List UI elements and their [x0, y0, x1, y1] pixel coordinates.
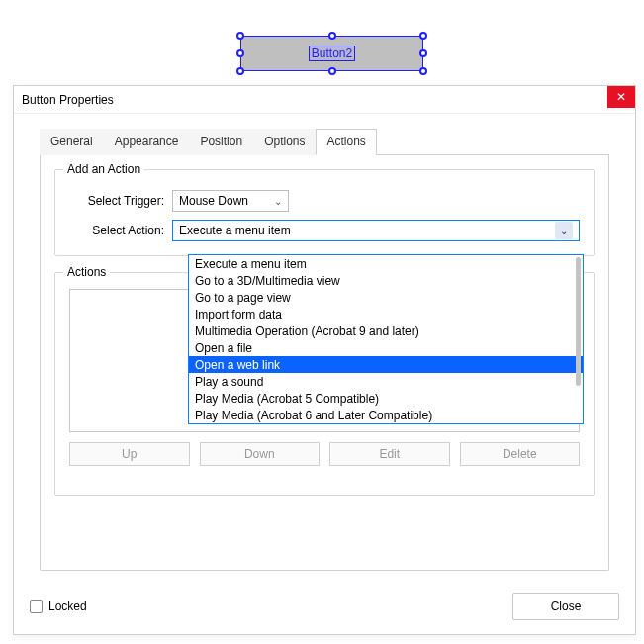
form-button-label: Button2	[309, 46, 355, 61]
select-trigger-label: Select Trigger:	[69, 194, 164, 208]
dropdown-option[interactable]: Import form data	[189, 306, 583, 322]
dropdown-scrollbar[interactable]	[576, 257, 581, 421]
tab-general[interactable]: General	[40, 129, 104, 155]
dialog-title: Button Properties	[22, 93, 114, 107]
tab-actions[interactable]: Actions	[316, 129, 376, 155]
select-action-dropdown[interactable]: Execute a menu item ⌄	[172, 220, 580, 241]
button-properties-dialog: Button Properties ✕ General Appearance P…	[13, 85, 636, 635]
add-action-fieldset: Add an Action Select Trigger: Mouse Down…	[54, 169, 595, 256]
actions-tab-panel: Add an Action Select Trigger: Mouse Down…	[40, 155, 609, 571]
dropdown-option[interactable]: Play a sound	[189, 373, 583, 390]
up-button[interactable]: Up	[69, 442, 190, 466]
tab-appearance[interactable]: Appearance	[104, 129, 190, 155]
select-action-dropdown-list[interactable]: Execute a menu itemGo to a 3D/Multimedia…	[188, 254, 584, 424]
resize-handle-bl[interactable]	[236, 67, 244, 75]
resize-handle-mr[interactable]	[419, 49, 427, 57]
dropdown-option[interactable]: Go to a 3D/Multimedia view	[189, 272, 583, 289]
resize-handle-bm[interactable]	[328, 67, 336, 75]
form-button-object[interactable]: Button2	[240, 36, 423, 71]
tab-bar: General Appearance Position Options Acti…	[40, 128, 609, 155]
edit-button[interactable]: Edit	[329, 442, 450, 466]
dropdown-option[interactable]: Go to a page view	[189, 289, 583, 306]
dialog-close-x[interactable]: ✕	[607, 86, 635, 108]
add-action-legend: Add an Action	[63, 162, 144, 176]
close-icon: ✕	[616, 90, 626, 104]
resize-handle-br[interactable]	[419, 67, 427, 75]
dropdown-option[interactable]: Open a web link	[189, 356, 583, 373]
dialog-titlebar: Button Properties ✕	[14, 86, 635, 114]
select-action-label: Select Action:	[69, 224, 164, 237]
resize-handle-ml[interactable]	[236, 49, 244, 57]
actions-legend: Actions	[63, 265, 110, 279]
locked-label: Locked	[48, 599, 87, 613]
chevron-down-icon: ⌄	[555, 222, 573, 239]
resize-handle-tl[interactable]	[236, 32, 244, 40]
tab-options[interactable]: Options	[253, 129, 316, 155]
resize-handle-tr[interactable]	[419, 32, 427, 40]
dropdown-option[interactable]: Play Media (Acrobat 6 and Later Compatib…	[189, 407, 583, 423]
dropdown-option[interactable]: Play Media (Acrobat 5 Compatible)	[189, 390, 583, 407]
resize-handle-tm[interactable]	[328, 32, 336, 40]
tab-position[interactable]: Position	[189, 129, 253, 155]
select-trigger-value: Mouse Down	[179, 194, 248, 208]
down-button[interactable]: Down	[200, 442, 321, 466]
chevron-down-icon: ⌄	[274, 196, 282, 207]
select-action-value: Execute a menu item	[179, 224, 291, 237]
close-button[interactable]: Close	[512, 593, 619, 620]
dropdown-option[interactable]: Open a file	[189, 339, 583, 356]
delete-button[interactable]: Delete	[460, 442, 581, 466]
select-trigger-dropdown[interactable]: Mouse Down ⌄	[172, 190, 289, 212]
locked-checkbox[interactable]	[30, 600, 43, 613]
dropdown-option[interactable]: Multimedia Operation (Acrobat 9 and late…	[189, 322, 583, 339]
dropdown-option[interactable]: Execute a menu item	[189, 255, 583, 272]
dropdown-scroll-thumb[interactable]	[576, 257, 581, 386]
